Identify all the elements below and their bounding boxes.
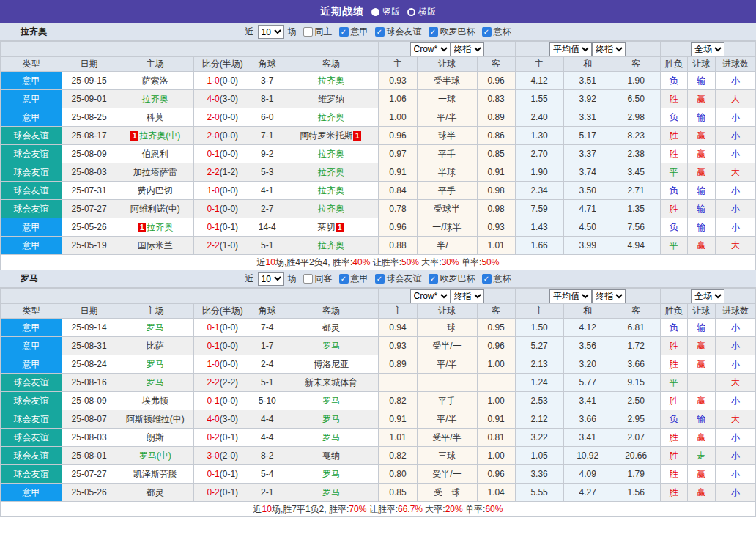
euro-odds-type-select[interactable]: 终指 <box>592 289 626 303</box>
asia-bookmaker-select[interactable]: Crow* <box>410 289 451 303</box>
home-team-cell: 国际米兰 <box>116 237 194 255</box>
euro-home-odds-cell: 2.53 <box>515 392 563 410</box>
col-result: 胜负 <box>660 304 687 319</box>
league-checkbox-europa[interactable] <box>429 274 438 284</box>
league-checkbox-europa[interactable] <box>429 27 438 37</box>
asia-away-odds-cell: 0.96 <box>477 72 515 90</box>
col-euro-away: 客 <box>612 304 660 319</box>
col-type: 类型 <box>1 57 62 72</box>
away-team-name: 罗马 <box>322 396 340 406</box>
match-row: 意甲25-05-26都灵0-2(0-1)2-1罗马0.85受一球1.045.55… <box>1 484 756 502</box>
layout-option-horizontal[interactable]: 横版 <box>407 6 436 18</box>
match-row: 球会友谊25-08-03加拉塔萨雷2-2(1-2)5-3拉齐奥0.91半球0.9… <box>1 163 756 182</box>
euro-home-odds-cell: 1.90 <box>515 163 563 182</box>
same-venue-checkbox[interactable] <box>303 274 313 284</box>
corner-cell: 7-4 <box>251 319 284 337</box>
same-venue-label: 同主 <box>315 26 333 38</box>
match-outcome-cell: 胜 <box>660 200 687 218</box>
scope-select[interactable]: 全场 <box>691 42 724 56</box>
league-label-serie-a: 意甲 <box>351 273 368 285</box>
col-date: 日期 <box>62 304 116 319</box>
asia-odds-type-select[interactable]: 终指 <box>451 289 484 303</box>
asia-home-odds-cell: 0.84 <box>379 182 417 200</box>
radio-selected-icon[interactable] <box>371 8 379 16</box>
handicap-outcome-cell: 输 <box>687 319 715 337</box>
euro-home-odds-cell: 2.34 <box>515 182 563 200</box>
scope-select[interactable]: 全场 <box>691 289 724 303</box>
handicap-outcome-cell: 输 <box>687 410 715 429</box>
league-checkbox-friendly[interactable] <box>375 274 385 284</box>
layout-option-vertical[interactable]: 竖版 <box>371 6 400 18</box>
euro-home-odds-cell: 1.55 <box>515 90 563 108</box>
euro-draw-odds-cell: 4.71 <box>563 200 612 218</box>
corner-cell: 2-4 <box>251 355 284 374</box>
date-cell: 25-08-01 <box>62 447 116 465</box>
scope-select-cell: 全场 <box>660 42 755 57</box>
asia-away-odds-cell: 0.93 <box>477 218 515 237</box>
date-cell: 25-09-14 <box>62 319 116 337</box>
asia-handicap-cell: 受半球 <box>417 72 477 90</box>
asia-odds-type-select[interactable]: 终指 <box>451 42 484 56</box>
league-checkbox-serie-a[interactable] <box>339 27 349 37</box>
euro-bookmaker-select[interactable]: 平均值 <box>549 289 592 303</box>
home-team-cell: 罗马 <box>116 319 194 337</box>
home-team-name: 拉齐奥(中) <box>139 130 180 141</box>
euro-bookmaker-select[interactable]: 平均值 <box>549 42 592 56</box>
corner-cell: 2-7 <box>251 200 284 218</box>
asia-odds-selects: Crow*终指 <box>379 289 515 304</box>
page-header: 近期战绩 竖版 横版 <box>0 0 756 23</box>
home-team-name: 凯泽斯劳滕 <box>133 469 177 479</box>
scope-select-cell: 全场 <box>660 289 755 304</box>
home-team-name: 加拉塔萨雷 <box>133 167 177 177</box>
match-count-select[interactable]: 10 <box>258 272 284 286</box>
halftime-score: (0-0) <box>220 149 238 159</box>
corner-cell: 3-7 <box>251 72 284 90</box>
col-corner: 角球 <box>251 304 284 319</box>
goals-outcome-cell: 大 <box>715 374 755 392</box>
empty-header-cell <box>1 42 379 57</box>
asia-away-odds-cell: 1.00 <box>477 447 515 465</box>
league-checkbox-coppa[interactable] <box>482 27 492 37</box>
league-checkbox-friendly[interactable] <box>375 27 385 37</box>
euro-away-odds-cell: 1.90 <box>612 72 660 90</box>
asia-bookmaker-select[interactable]: Crow* <box>410 42 451 56</box>
league-checkbox-coppa[interactable] <box>482 274 492 284</box>
date-cell: 25-08-09 <box>62 145 116 163</box>
match-row: 球会友谊25-08-09伯恩利0-1(0-0)9-2拉齐奥0.97平手0.852… <box>1 145 756 163</box>
handicap-outcome-cell: 赢 <box>687 484 715 502</box>
match-count-select[interactable]: 10 <box>258 25 284 39</box>
goals-outcome-cell: 小 <box>715 429 755 447</box>
handicap-outcome-cell: 赢 <box>687 465 715 484</box>
euro-home-odds-cell: 5.27 <box>515 337 563 355</box>
same-venue-checkbox[interactable] <box>303 27 313 37</box>
league-label-serie-a: 意甲 <box>351 26 368 38</box>
summary-segment: 单率: <box>463 504 486 514</box>
score-cell: 2-0(0-0) <box>194 127 251 145</box>
corner-cell: 5-1 <box>251 374 284 392</box>
corner-cell: 5-3 <box>251 163 284 182</box>
date-cell: 25-08-03 <box>62 429 116 447</box>
asia-handicap-cell: 一/球半 <box>417 218 477 237</box>
asia-away-odds-cell: 0.98 <box>477 182 515 200</box>
asia-handicap-cell <box>417 374 477 392</box>
home-team-cell: 伯恩利 <box>116 145 194 163</box>
league-type-cell: 球会友谊 <box>1 127 62 145</box>
vertical-layout-label: 竖版 <box>382 6 400 18</box>
team-section-bar: 拉齐奥 近 10 场 同主 意甲 球会友谊 欧罗巴杯 意杯 <box>0 23 756 41</box>
euro-draw-odds-cell: 3.74 <box>563 163 612 182</box>
asia-handicap-cell: 平手 <box>417 182 477 200</box>
summary-segment: 50% <box>401 257 419 267</box>
radio-unselected-icon[interactable] <box>407 8 415 16</box>
col-handicap-result: 让球 <box>687 57 715 72</box>
euro-home-odds-cell: 2.13 <box>515 355 563 374</box>
asia-handicap-cell: 受半/一 <box>417 337 477 355</box>
match-row: 球会友谊25-08-09埃弗顿0-1(0-0)5-10罗马0.82平手1.002… <box>1 392 756 410</box>
away-team-cell: 新未来城体育 <box>284 374 379 392</box>
fulltime-score: 2-0 <box>207 112 219 122</box>
corner-cell: 5-4 <box>251 465 284 484</box>
league-checkbox-serie-a[interactable] <box>339 274 349 284</box>
odds-source-row: Crow*终指 平均值终指 全场 <box>1 289 756 304</box>
euro-odds-type-select[interactable]: 终指 <box>592 42 626 56</box>
unit-label: 场 <box>288 273 297 285</box>
date-cell: 25-08-07 <box>62 410 116 429</box>
